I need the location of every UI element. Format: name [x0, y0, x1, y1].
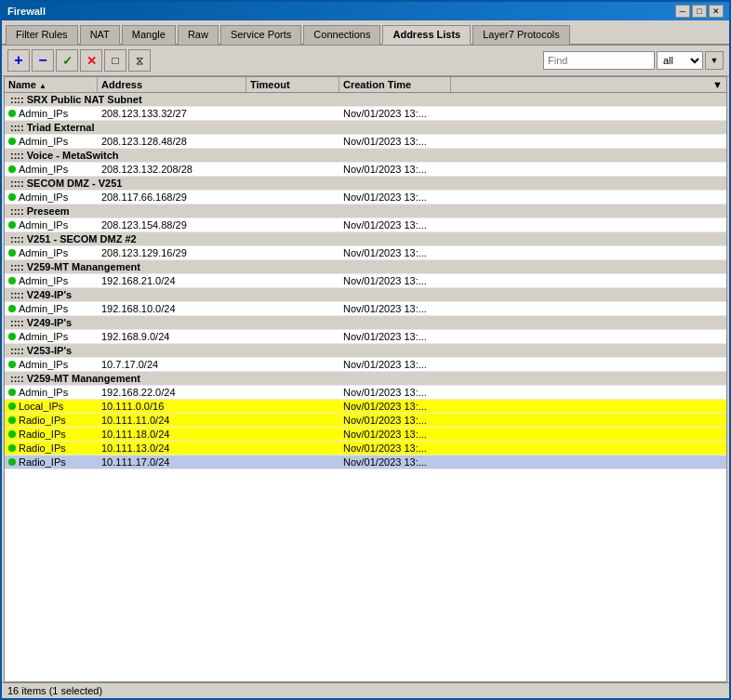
table-row[interactable]: Admin_IPs 192.168.22.0/24 Nov/01/2023 13… — [5, 386, 726, 400]
group-header-row[interactable]: :::: SECOM DMZ - V251 — [5, 177, 726, 191]
cell-timeout — [246, 168, 339, 170]
cell-timeout — [246, 419, 339, 421]
cell-name: Local_IPs — [5, 400, 98, 413]
status-dot — [8, 444, 16, 452]
group-header-row[interactable]: :::: SRX Public NAT Subnet — [5, 93, 726, 107]
cell-extra — [451, 112, 726, 114]
table-row[interactable]: Admin_IPs 208.123.129.16/29 Nov/01/2023 … — [5, 246, 726, 260]
group-header-row[interactable]: :::: V249-IP's — [5, 288, 726, 302]
table-row[interactable]: Admin_IPs 208.123.128.48/28 Nov/01/2023 … — [5, 135, 726, 149]
table-row[interactable]: Radio_IPs 10.111.13.0/24 Nov/01/2023 13:… — [5, 442, 726, 456]
col-header-timeout[interactable]: Timeout — [246, 77, 339, 92]
table-row[interactable]: Admin_IPs 10.7.17.0/24 Nov/01/2023 13:..… — [5, 358, 726, 372]
maximize-button[interactable]: □ — [692, 5, 707, 18]
cell-creation: Nov/01/2023 13:... — [339, 246, 451, 259]
table-row[interactable]: Admin_IPs 208.123.133.32/27 Nov/01/2023 … — [5, 107, 726, 121]
cancel-button[interactable]: ✕ — [80, 49, 102, 72]
group-header-row[interactable]: :::: V259-MT Manangement — [5, 372, 726, 386]
table-row[interactable]: Admin_IPs 192.168.9.0/24 Nov/01/2023 13:… — [5, 330, 726, 344]
tab-service-ports[interactable]: Service Ports — [220, 25, 301, 45]
cell-address: 10.7.17.0/24 — [98, 358, 246, 371]
cell-creation: Nov/01/2023 13:... — [339, 442, 451, 455]
cell-timeout — [246, 363, 339, 365]
cell-address: 208.117.66.168/29 — [98, 191, 246, 204]
search-arrow[interactable]: ▼ — [705, 51, 724, 70]
table-row[interactable]: Admin_IPs 208.123.154.88/29 Nov/01/2023 … — [5, 218, 726, 232]
tab-connections[interactable]: Connections — [303, 25, 380, 45]
table-row[interactable]: Local_IPs 10.111.0.0/16 Nov/01/2023 13:.… — [5, 400, 726, 414]
group-header-row[interactable]: :::: Voice - MetaSwitch — [5, 149, 726, 163]
cell-name: Admin_IPs — [5, 246, 98, 259]
status-dot — [8, 138, 16, 145]
status-dot — [8, 165, 16, 173]
cell-timeout — [246, 447, 339, 449]
col-header-creation[interactable]: Creation Time — [339, 77, 451, 92]
table-row[interactable]: Admin_IPs 192.168.10.0/24 Nov/01/2023 13… — [5, 302, 726, 316]
cell-creation: Nov/01/2023 13:... — [339, 163, 451, 176]
col-header-address[interactable]: Address — [98, 77, 246, 92]
table-row[interactable]: Admin_IPs 192.168.21.0/24 Nov/01/2023 13… — [5, 274, 726, 288]
close-button[interactable]: ✕ — [709, 5, 724, 18]
col-header-name[interactable]: Name ▲ — [5, 77, 98, 92]
tab-nat[interactable]: NAT — [80, 25, 120, 45]
tab-raw[interactable]: Raw — [178, 25, 219, 45]
remove-button[interactable]: − — [32, 49, 54, 72]
cell-extra — [451, 363, 726, 365]
cell-name: Radio_IPs — [5, 428, 98, 441]
table-row[interactable]: Radio_IPs 10.111.11.0/24 Nov/01/2023 13:… — [5, 414, 726, 428]
tab-filter-rules[interactable]: Filter Rules — [6, 25, 78, 45]
group-label: :::: V253-IP's — [5, 344, 726, 357]
cell-creation: Nov/01/2023 13:... — [339, 135, 451, 148]
group-header-row[interactable]: :::: V253-IP's — [5, 344, 726, 358]
group-header-row[interactable]: :::: V259-MT Manangement — [5, 260, 726, 274]
search-area: all ▼ — [543, 51, 724, 70]
cell-timeout — [246, 252, 339, 254]
group-label: :::: V249-IP's — [5, 288, 726, 301]
cell-creation: Nov/01/2023 13:... — [339, 302, 451, 315]
status-dot — [8, 193, 16, 201]
cell-timeout — [246, 308, 339, 310]
cell-name: Admin_IPs — [5, 274, 98, 287]
table-row[interactable]: Admin_IPs 208.123.132.208/28 Nov/01/2023… — [5, 163, 726, 177]
tab-address-lists[interactable]: Address Lists — [382, 25, 471, 45]
table-row[interactable]: Radio_IPs 10.111.18.0/24 Nov/01/2023 13:… — [5, 428, 726, 442]
group-label: :::: Voice - MetaSwitch — [5, 149, 726, 162]
cell-timeout — [246, 224, 339, 226]
cell-address: 10.111.11.0/24 — [98, 414, 246, 427]
cell-address: 208.123.132.208/28 — [98, 163, 246, 176]
filter-button[interactable]: ⧖ — [128, 49, 151, 72]
col-header-extra: ▼ — [451, 77, 726, 92]
minimize-button[interactable]: ─ — [675, 5, 690, 18]
cell-address: 10.111.0.0/16 — [98, 400, 246, 413]
table-row[interactable]: Radio_IPs 10.111.17.0/24 Nov/01/2023 13:… — [5, 456, 726, 469]
add-button[interactable]: + — [7, 49, 30, 72]
status-bar: 16 items (1 selected) — [2, 682, 729, 698]
group-header-row[interactable]: :::: V251 - SECOM DMZ #2 — [5, 232, 726, 246]
group-header-row[interactable]: :::: Preseem — [5, 205, 726, 218]
firewall-window: Firewall ─ □ ✕ Filter Rules NAT Mangle R… — [0, 0, 731, 700]
status-text: 16 items (1 selected) — [7, 685, 102, 696]
cell-address: 10.111.13.0/24 — [98, 442, 246, 455]
group-label: :::: SRX Public NAT Subnet — [5, 93, 726, 106]
cell-name: Admin_IPs — [5, 107, 98, 120]
cell-extra — [451, 224, 726, 226]
copy-button[interactable]: □ — [104, 49, 126, 72]
check-button[interactable]: ✓ — [56, 49, 78, 72]
cell-name: Admin_IPs — [5, 302, 98, 315]
search-select[interactable]: all — [657, 51, 703, 70]
tab-mangle[interactable]: Mangle — [122, 25, 176, 45]
cell-name: Admin_IPs — [5, 218, 98, 231]
cell-extra — [451, 140, 726, 142]
status-dot — [8, 361, 16, 368]
cell-name: Radio_IPs — [5, 442, 98, 455]
search-input[interactable] — [543, 51, 655, 70]
table-row[interactable]: Admin_IPs 208.117.66.168/29 Nov/01/2023 … — [5, 191, 726, 205]
cell-extra — [451, 168, 726, 170]
group-header-row[interactable]: :::: V249-IP's — [5, 316, 726, 330]
group-label: :::: V259-MT Manangement — [5, 260, 726, 273]
group-header-row[interactable]: :::: Triad External — [5, 121, 726, 135]
status-dot — [8, 277, 16, 284]
tab-layer7-protocols[interactable]: Layer7 Protocols — [472, 25, 570, 45]
status-dot — [8, 458, 16, 466]
header-scroll-btn[interactable]: ▼ — [712, 79, 723, 90]
